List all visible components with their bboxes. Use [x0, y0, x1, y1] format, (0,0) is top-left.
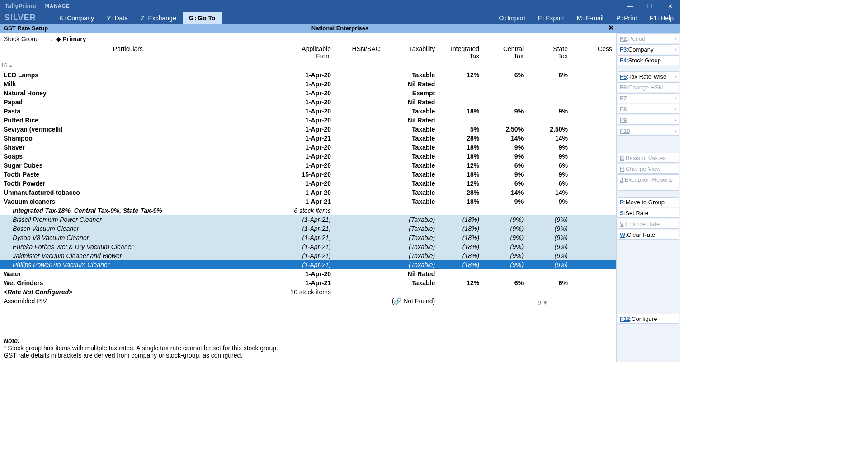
context-close-icon[interactable]: ✕: [608, 24, 614, 32]
table-row[interactable]: Tooth Powder1-Apr-20Taxable12%6%6%: [0, 179, 616, 188]
title-bar: TallyPrime MANAGE — ❐ ✕: [0, 0, 680, 12]
menu-goto[interactable]: G:Go To: [183, 12, 222, 24]
menu-company[interactable]: K:Company: [53, 12, 100, 24]
col-particulars: Particulars: [0, 44, 256, 61]
table-row[interactable]: <Rate Not Configured>10 stock items: [0, 287, 616, 296]
col-applicable-from: ApplicableFrom: [256, 44, 335, 61]
side-j-exception-reports: J: Exception Reports: [618, 174, 679, 191]
context-bar: GST Rate Setup National Enterprises ✕: [0, 24, 680, 33]
menu-print[interactable]: P:Print: [610, 12, 643, 24]
table-row[interactable]: Papad1-Apr-20Nil Rated: [0, 98, 616, 107]
table-row[interactable]: Jakmister Vacuum Cleaner and Blower(1-Ap…: [0, 251, 616, 260]
app-brand: TallyPrime: [0, 2, 36, 9]
menu-email[interactable]: M:E-mail: [571, 12, 610, 24]
col-cess: Cess: [571, 44, 616, 61]
menu-help[interactable]: F1:Help: [643, 12, 680, 24]
menu-import[interactable]: O:Import: [493, 12, 532, 24]
stock-group-line: Stock Group : ◆ Primary: [0, 33, 616, 44]
side-r-move-to-group[interactable]: R: Move to Group: [618, 197, 679, 207]
table-row[interactable]: Seviyan (vermicelli)1-Apr-20Taxable5%2.5…: [0, 125, 616, 134]
close-button[interactable]: ✕: [660, 0, 680, 12]
side-f7: F7‹: [618, 93, 679, 103]
table-row[interactable]: Pasta1-Apr-20Taxable18%9%9%: [0, 107, 616, 116]
col-central-tax: CentralTax: [483, 44, 527, 61]
side-f10: F10‹: [618, 126, 679, 136]
side-panel: F2: Period‹F3: Company‹F4: Stock GroupF5…: [616, 33, 680, 362]
stock-group-label: Stock Group: [4, 35, 49, 42]
table-row[interactable]: Shampoo1-Apr-21Taxable28%14%14%: [0, 134, 616, 143]
side-f4-stock-group[interactable]: F4: Stock Group: [618, 55, 679, 65]
col-hsn: HSN/SAC: [335, 44, 384, 61]
table-row[interactable]: Puffed Rice1-Apr-20Nil Rated: [0, 116, 616, 125]
table-row[interactable]: Integrated Tax-18%, Central Tax-9%, Stat…: [0, 206, 616, 215]
side-f2-period: F2: Period‹: [618, 33, 679, 43]
table-row[interactable]: Bosch Vacuum Cleaner(1-Apr-21)(Taxable)(…: [0, 224, 616, 233]
notes: Note: * Stock group has items with mulit…: [0, 334, 616, 362]
side-b-basis-of-values: B: Basis of Values: [618, 153, 679, 163]
side-s-set-rate[interactable]: S: Set Rate: [618, 208, 679, 218]
table-row[interactable]: Vacuum cleaners1-Apr-21Taxable18%9%9%: [0, 197, 616, 206]
table-row[interactable]: Natural Honey1-Apr-20Exempt: [0, 89, 616, 98]
table-row[interactable]: Tooth Paste15-Apr-20Taxable18%9%9%: [0, 170, 616, 179]
col-taxability: Taxability: [384, 44, 439, 61]
table-row[interactable]: LED Lamps1-Apr-20Taxable12%6%6%: [0, 71, 616, 80]
table-row[interactable]: Dyson V8 Vacuum Cleaner(1-Apr-21)(Taxabl…: [0, 233, 616, 242]
table-row[interactable]: Wet Grinders1-Apr-21Taxable12%6%6%: [0, 278, 616, 287]
table-row[interactable]: Shaver1-Apr-20Taxable18%9%9%: [0, 143, 616, 152]
side-v-enforce-rate: V: Enforce Rate: [618, 219, 679, 229]
stock-group-value: Primary: [62, 35, 86, 42]
maximize-button[interactable]: ❐: [640, 0, 660, 12]
side-f6-change-hsn: F6: Change HSN: [618, 82, 679, 92]
menu-export[interactable]: E:Export: [532, 12, 571, 24]
manage-label[interactable]: MANAGE: [36, 3, 70, 9]
minimize-button[interactable]: —: [620, 0, 640, 12]
gst-rate-table: Particulars ApplicableFrom HSN/SAC Taxab…: [0, 44, 616, 306]
side-f9: F9‹: [618, 115, 679, 125]
company-name: National Enterprises: [311, 25, 368, 32]
context-title: GST Rate Setup: [0, 25, 48, 32]
side-h-change-view: H: Change View: [618, 164, 679, 174]
table-row[interactable]: Unmanufactured tobacco1-Apr-20Taxable28%…: [0, 188, 616, 197]
bottom-scroll-count: 9 ▼: [538, 300, 548, 306]
side-f12-configure[interactable]: F12: Configure: [618, 314, 679, 324]
table-row[interactable]: Water1-Apr-20Nil Rated: [0, 269, 616, 278]
side-w-clear-rate[interactable]: W: Clear Rate: [618, 230, 679, 240]
side-f5-tax-rate-wise[interactable]: F5: Tax Rate-Wise‹: [618, 71, 679, 81]
table-row[interactable]: Assembled PIV(🔗 Not Found): [0, 296, 616, 306]
table-row[interactable]: Sugar Cubes1-Apr-20Taxable12%6%6%: [0, 161, 616, 170]
top-menu: SILVER K:CompanyY:DataZ:ExchangeG:Go ToO…: [0, 12, 680, 24]
side-f3-company[interactable]: F3: Company‹: [618, 44, 679, 54]
col-state-tax: StateTax: [527, 44, 571, 61]
table-row[interactable]: Bissell Premium Power Cleaner(1-Apr-21)(…: [0, 215, 616, 224]
menu-exchange[interactable]: Z:Exchange: [134, 12, 183, 24]
side-f8: F8‹: [618, 104, 679, 114]
table-row[interactable]: Eureka Forbes Wet & Dry Vacuum Cleaner(1…: [0, 242, 616, 251]
table-row[interactable]: Milk1-Apr-20Nil Rated: [0, 80, 616, 89]
table-row[interactable]: Soaps1-Apr-20Taxable18%9%9%: [0, 152, 616, 161]
col-integrated-tax: IntegratedTax: [439, 44, 483, 61]
table-row[interactable]: Philips PowerPro Vacuum Cleaner(1-Apr-21…: [0, 260, 616, 269]
menu-data[interactable]: Y:Data: [100, 12, 134, 24]
app-edition: SILVER: [0, 13, 53, 23]
